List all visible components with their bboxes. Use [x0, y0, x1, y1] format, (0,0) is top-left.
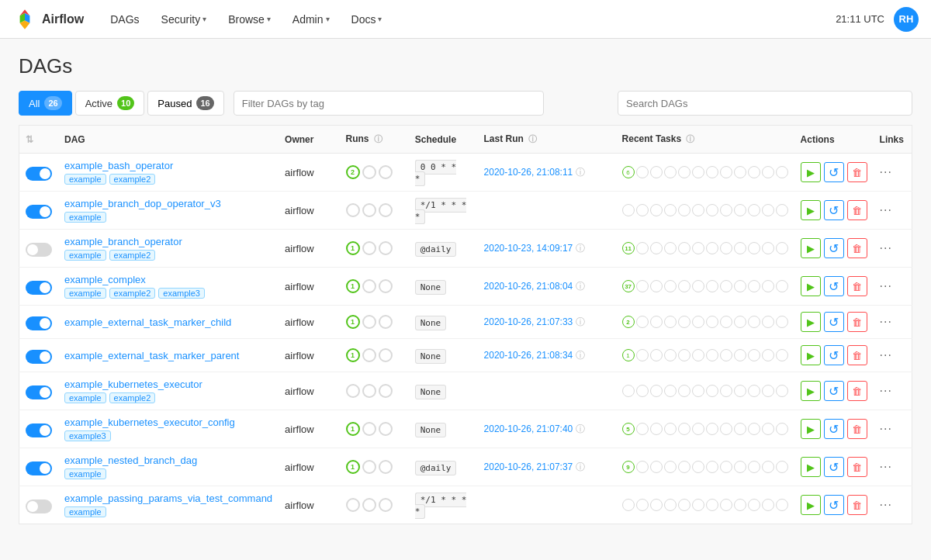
- delete-button[interactable]: 🗑: [847, 345, 867, 365]
- task-circle[interactable]: [636, 499, 649, 511]
- run-circle[interactable]: 2: [346, 165, 360, 179]
- lastrun-info-icon[interactable]: ⓘ: [576, 423, 585, 434]
- task-circle[interactable]: [650, 499, 663, 511]
- task-circle[interactable]: 5: [622, 423, 635, 435]
- more-links-button[interactable]: ···: [880, 384, 892, 397]
- task-circle[interactable]: [762, 423, 774, 435]
- dag-name-link-example_external_task_marker_child[interactable]: example_external_task_marker_child: [64, 316, 231, 328]
- refresh-button[interactable]: ↺: [824, 495, 844, 515]
- task-circle[interactable]: [748, 204, 760, 216]
- task-circle[interactable]: [692, 385, 704, 397]
- run-circle[interactable]: 1: [346, 460, 360, 474]
- dag-tag[interactable]: example3: [158, 288, 205, 299]
- task-circle[interactable]: [678, 280, 690, 292]
- run-circle[interactable]: [362, 422, 376, 436]
- task-circle[interactable]: 9: [622, 461, 635, 473]
- dag-name-link-example_kubernetes_executor[interactable]: example_kubernetes_executor: [64, 379, 202, 390]
- task-circle[interactable]: [664, 349, 677, 361]
- run-circle[interactable]: [379, 460, 393, 474]
- task-circle[interactable]: [636, 316, 649, 328]
- task-circle[interactable]: [776, 499, 788, 511]
- delete-button[interactable]: 🗑: [847, 238, 867, 258]
- task-circle[interactable]: [706, 280, 718, 292]
- run-circle[interactable]: [379, 498, 393, 512]
- play-button[interactable]: ▶: [801, 238, 821, 258]
- task-circle[interactable]: [650, 423, 663, 435]
- task-circle[interactable]: [636, 461, 649, 473]
- task-circle[interactable]: [650, 166, 663, 178]
- refresh-button[interactable]: ↺: [824, 457, 844, 477]
- play-button[interactable]: ▶: [801, 162, 821, 182]
- dag-name-link-example_branch_dop_operator_v3[interactable]: example_branch_dop_operator_v3: [64, 198, 221, 209]
- dag-toggle-example_external_task_marker_child[interactable]: [26, 316, 52, 330]
- task-circle[interactable]: [748, 461, 760, 473]
- dag-name-link-example_external_task_marker_parent[interactable]: example_external_task_marker_parent: [64, 350, 239, 361]
- task-circle[interactable]: [776, 316, 788, 328]
- run-circle[interactable]: [346, 498, 360, 512]
- delete-button[interactable]: 🗑: [847, 276, 867, 296]
- run-circle[interactable]: [379, 241, 393, 255]
- last-run-link[interactable]: 2020-10-26, 21:07:37: [484, 461, 573, 472]
- task-circle[interactable]: [664, 166, 677, 178]
- task-circle[interactable]: [664, 385, 677, 397]
- run-circle[interactable]: 1: [346, 315, 360, 329]
- task-circle[interactable]: [748, 316, 760, 328]
- task-circle[interactable]: [776, 461, 788, 473]
- run-circle[interactable]: [362, 460, 376, 474]
- run-circle[interactable]: [362, 384, 376, 398]
- task-circle[interactable]: [720, 166, 732, 178]
- recent-info-icon[interactable]: ⓘ: [686, 134, 694, 143]
- task-circle[interactable]: 6: [622, 166, 635, 178]
- task-circle[interactable]: [762, 461, 774, 473]
- task-circle[interactable]: [622, 499, 635, 511]
- task-circle[interactable]: [678, 499, 690, 511]
- task-circle[interactable]: 2: [622, 316, 635, 328]
- play-button[interactable]: ▶: [801, 345, 821, 365]
- run-circle[interactable]: 1: [346, 348, 360, 362]
- dag-name-link-example_complex[interactable]: example_complex: [64, 274, 146, 285]
- run-circle[interactable]: [362, 498, 376, 512]
- task-circle[interactable]: [650, 242, 663, 254]
- user-avatar[interactable]: RH: [894, 7, 919, 32]
- dag-tag[interactable]: example2: [109, 250, 156, 261]
- delete-button[interactable]: 🗑: [847, 162, 867, 182]
- play-button[interactable]: ▶: [801, 419, 821, 439]
- task-circle[interactable]: [650, 385, 663, 397]
- more-links-button[interactable]: ···: [880, 165, 892, 178]
- runs-info-icon[interactable]: ⓘ: [374, 134, 382, 143]
- dag-toggle-example_bash_operator[interactable]: [26, 167, 52, 181]
- task-circle[interactable]: [762, 385, 774, 397]
- task-circle[interactable]: 37: [622, 280, 635, 292]
- task-circle[interactable]: [734, 204, 746, 216]
- run-circle[interactable]: [379, 165, 393, 179]
- nav-dags[interactable]: DAGs: [99, 0, 150, 39]
- run-circle[interactable]: [379, 315, 393, 329]
- dag-toggle-example_complex[interactable]: [26, 281, 52, 295]
- task-circle[interactable]: [720, 349, 732, 361]
- task-circle[interactable]: [706, 499, 718, 511]
- task-circle[interactable]: [678, 166, 690, 178]
- lastrun-info-icon[interactable]: ⓘ: [576, 316, 585, 327]
- nav-docs[interactable]: Docs ▾: [341, 0, 393, 39]
- task-circle[interactable]: [636, 349, 649, 361]
- delete-button[interactable]: 🗑: [847, 312, 867, 332]
- task-circle[interactable]: [650, 349, 663, 361]
- task-circle[interactable]: [664, 242, 677, 254]
- task-circle[interactable]: [692, 349, 704, 361]
- task-circle[interactable]: [678, 204, 690, 216]
- run-circle[interactable]: 1: [346, 279, 360, 293]
- task-circle[interactable]: [720, 461, 732, 473]
- task-circle[interactable]: [734, 423, 746, 435]
- dag-toggle-example_external_task_marker_parent[interactable]: [26, 350, 52, 364]
- task-circle[interactable]: [664, 280, 677, 292]
- tab-paused[interactable]: Paused 16: [147, 91, 223, 116]
- task-circle[interactable]: [762, 316, 774, 328]
- task-circle[interactable]: [664, 499, 677, 511]
- refresh-button[interactable]: ↺: [824, 200, 844, 220]
- task-circle[interactable]: [776, 280, 788, 292]
- task-circle[interactable]: [706, 385, 718, 397]
- task-circle[interactable]: [720, 242, 732, 254]
- dag-name-link-example_bash_operator[interactable]: example_bash_operator: [64, 160, 173, 171]
- task-circle[interactable]: [664, 461, 677, 473]
- lastrun-info-icon[interactable]: ⓘ: [528, 134, 537, 143]
